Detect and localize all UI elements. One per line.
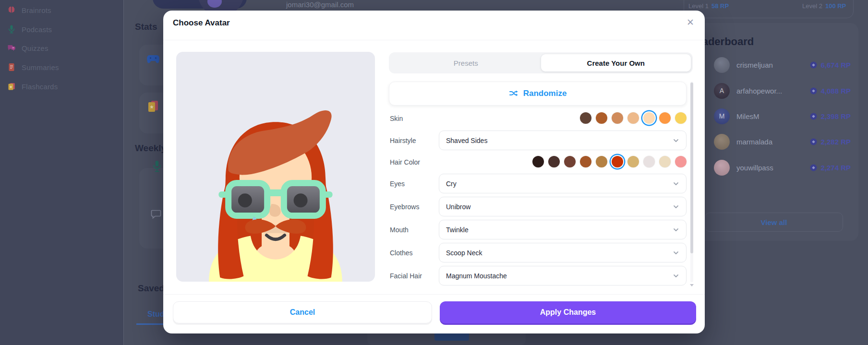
- clothes-select[interactable]: Scoop Neck: [439, 243, 687, 262]
- leaderboard-rp: 4,088 RP: [820, 87, 851, 95]
- eyes-select[interactable]: Cry: [439, 174, 687, 193]
- hair-color-swatch[interactable]: [532, 156, 544, 167]
- eyebrows-select[interactable]: Unibrow: [439, 197, 687, 216]
- hair-color-label: Hair Color: [390, 158, 420, 166]
- hair-color-swatch[interactable]: [643, 156, 655, 167]
- leaderboard-username: arfahopewor...: [736, 87, 794, 95]
- mouth-value: Twinkle: [446, 226, 469, 234]
- rp-coin-icon: [810, 61, 817, 69]
- scrollbar-thumb[interactable]: [690, 83, 693, 253]
- rp-coin-icon: [810, 138, 817, 145]
- chevron-down-icon: [673, 203, 679, 210]
- footer-divider: [163, 294, 705, 295]
- flashcards-icon: [7, 82, 16, 91]
- skin-swatch[interactable]: [675, 112, 687, 124]
- avatar: [714, 134, 730, 150]
- leaderboard-rp: 2,274 RP: [820, 164, 851, 172]
- saved-heading: Saved: [138, 283, 165, 294]
- sidebar-item-quizzes[interactable]: ? Quizzes: [7, 42, 48, 54]
- skin-swatch[interactable]: [627, 112, 639, 124]
- shuffle-icon: [509, 89, 518, 98]
- leaderboard-username: MilesM: [736, 112, 794, 120]
- avatar: [714, 57, 730, 73]
- tab-presets[interactable]: Presets: [391, 54, 541, 71]
- hairstyle-label: Hairstyle: [390, 137, 416, 144]
- chevron-down-icon: [673, 137, 679, 144]
- skin-swatch[interactable]: [659, 112, 671, 124]
- sidebar-item-podcasts[interactable]: Podcasts: [7, 24, 52, 35]
- hair-color-swatch[interactable]: [627, 156, 639, 167]
- choose-avatar-modal: Choose Avatar ✕: [163, 11, 705, 333]
- chevron-down-icon: [673, 273, 679, 279]
- rp-coin-icon: [810, 164, 817, 171]
- leaderboard-username: marmalada: [736, 138, 794, 146]
- mouth-select[interactable]: Twinkle: [439, 220, 687, 239]
- gamepad-icon: [147, 54, 159, 64]
- level-right: Level 2 100 RP: [802, 2, 846, 10]
- randomize-button[interactable]: Randomize: [389, 82, 687, 106]
- clothes-label: Clothes: [390, 249, 412, 257]
- level-left-value: 58 RP: [711, 2, 729, 10]
- apply-changes-button[interactable]: Apply Changes: [440, 301, 696, 323]
- rp-coin-icon: [810, 113, 817, 120]
- hair-color-swatch[interactable]: [675, 156, 687, 167]
- hair-color-swatch[interactable]: [580, 156, 591, 167]
- hairstyle-select[interactable]: Shaved Sides: [439, 131, 687, 150]
- mouth-label: Mouth: [390, 226, 409, 234]
- leaderboard-rp: 6,674 RP: [820, 61, 851, 69]
- leaderboard-row: M MilesM 2,398 RP: [714, 108, 851, 124]
- close-icon[interactable]: ✕: [687, 17, 694, 28]
- header-divider: [163, 40, 705, 40]
- summary-doc-icon: [7, 62, 16, 72]
- eyes-label: Eyes: [390, 180, 405, 188]
- hair-color-swatches: [532, 156, 687, 167]
- leaderboard-row: A arfahopewor... 4,088 RP: [714, 83, 851, 98]
- hair-color-swatch[interactable]: [564, 156, 576, 167]
- sidebar-item-label: Quizzes: [22, 44, 48, 52]
- chat-bubble-icon: [151, 209, 161, 219]
- sidebar: Brainrots Podcasts ? Quizzes Summaries F…: [0, 0, 124, 345]
- randomize-label: Randomize: [523, 89, 567, 98]
- quiz-bubbles-icon: ?: [7, 43, 16, 53]
- hair-color-swatch[interactable]: [596, 156, 607, 167]
- rp-coin-icon: [810, 87, 817, 95]
- leaderboard-row: crismeljuan 6,674 RP: [714, 57, 851, 72]
- facial-hair-value: Magnum Moustache: [446, 272, 507, 280]
- leaderboard-username: youwillpass: [736, 164, 794, 172]
- skin-swatches: [580, 112, 687, 124]
- hairstyle-value: Shaved Sides: [446, 137, 487, 144]
- eyes-value: Cry: [446, 180, 457, 188]
- avatar: A: [714, 83, 730, 99]
- user-email: jomari30@gmail.com: [286, 0, 354, 9]
- sidebar-item-label: Brainrots: [22, 6, 51, 14]
- tab-create-your-own[interactable]: Create Your Own: [541, 54, 691, 71]
- level-left-label: Level 1: [688, 2, 709, 10]
- leaderboard-rp: 2,282 RP: [820, 138, 851, 146]
- chevron-down-icon: [673, 250, 679, 256]
- sidebar-item-brainrots[interactable]: Brainrots: [7, 4, 51, 16]
- facial-hair-select[interactable]: Magnum Moustache: [439, 266, 687, 286]
- avatar-preview-panel: [176, 52, 375, 282]
- skin-swatch[interactable]: [612, 112, 623, 124]
- scrollbar-arrow-icon: [690, 284, 694, 286]
- eyebrows-label: Eyebrows: [390, 203, 419, 211]
- microphone-icon: [7, 24, 16, 34]
- sidebar-item-summaries[interactable]: Summaries: [7, 61, 59, 73]
- skin-swatch[interactable]: [596, 112, 607, 124]
- skin-swatch[interactable]: [580, 112, 591, 124]
- sidebar-item-label: Flashcards: [22, 83, 58, 91]
- leaderboard-rp: 2,398 RP: [820, 112, 851, 120]
- stats-heading: Stats: [135, 22, 157, 32]
- skin-swatch[interactable]: [643, 112, 655, 124]
- view-all-button[interactable]: View all: [705, 213, 843, 232]
- leaderboard-row: marmalada 2,282 RP: [714, 134, 851, 149]
- hair-color-swatch[interactable]: [548, 156, 560, 167]
- podcast-mic-icon: [152, 160, 162, 173]
- avatar-illustration: [184, 87, 367, 282]
- sidebar-item-flashcards[interactable]: Flashcards: [7, 81, 58, 92]
- cancel-button[interactable]: Cancel: [173, 301, 432, 323]
- hair-color-swatch[interactable]: [659, 156, 671, 167]
- avatar: [714, 160, 730, 176]
- hair-color-swatch[interactable]: [612, 156, 623, 167]
- sidebar-item-label: Podcasts: [22, 25, 52, 34]
